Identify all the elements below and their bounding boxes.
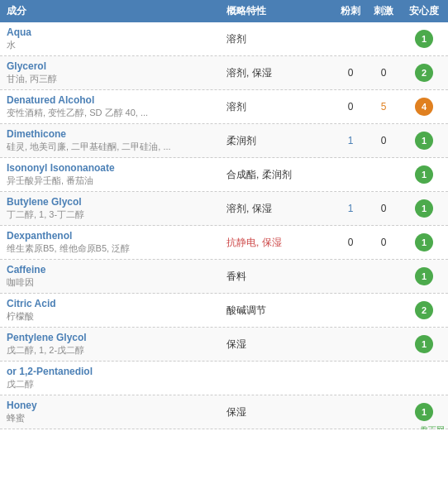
ingredient-name: Pentylene Glycol [7,332,226,343]
table-row: Butylene Glycol丁二醇, 1, 3-丁二醇溶剂, 保湿101 [0,192,448,226]
ingredient-name: Citric Acid [7,298,226,309]
property-cell: 抗静电, 保湿 [226,236,334,250]
ingredient-name: Butylene Glycol [7,196,226,208]
irritation-cell: 0 [367,135,400,146]
property-text: 溶剂, 保湿 [226,203,272,214]
header-ingredient: 成分 [3,4,226,18]
table-row: Dexpanthenol维生素原B5, 维他命原B5, 泛醇抗静电, 保湿001 [0,226,448,260]
ingredient-name: Isononyl Isononanoate [7,162,226,174]
ingredient-cell: Aqua水 [3,26,226,51]
ingredient-name: Denatured Alcohol [7,94,226,106]
property-text: 柔润剂 [226,135,256,146]
powder-cell: 0 [334,67,367,79]
property-text: 溶剂 [226,101,246,113]
ingredient-alias: 异壬酸异壬酯, 番茄油 [7,175,226,187]
table-row: Glycerol甘油, 丙三醇溶剂, 保湿002 [0,56,448,90]
rows-container: Aqua水溶剂1Glycerol甘油, 丙三醇溶剂, 保湿002Denature… [0,22,448,429]
table-row: Aqua水溶剂1 [0,22,448,56]
safety-badge: 2 [415,301,433,319]
powder-cell: 0 [334,101,367,113]
property-cell: 溶剂 [226,100,334,114]
safety-badge: 1 [415,132,433,150]
safety-cell: 2 [400,64,448,82]
irritation-cell: 0 [367,67,400,79]
safety-cell: 1 [400,267,448,285]
property-text: 保湿 [226,406,246,418]
table-row: Dimethicone硅灵, 地美司廉, 二甲基硅酮, 二甲硅油, ...柔润剂… [0,124,448,158]
ingredient-alias: 咖啡因 [7,276,226,289]
safety-cell: 1 [400,403,448,421]
ingredient-cell: Pentylene Glycol戊二醇, 1, 2-戊二醇 [3,332,226,357]
property-cell: 溶剂, 保湿 [226,202,334,216]
property-cell: 溶剂 [226,32,334,46]
ingredient-alias: 甘油, 丙三醇 [7,73,226,85]
safety-badge: 4 [415,98,433,116]
property-text: 合成酯, 柔润剂 [226,169,292,180]
ingredient-cell: Caffeine咖啡因 [3,264,226,289]
property-cell: 香料 [226,270,334,284]
safety-cell: 2 [400,301,448,319]
ingredient-cell: Denatured Alcohol变性酒精, 变性乙醇, SD 乙醇 40, .… [3,94,226,119]
safety-badge: 1 [415,335,433,353]
ingredient-alias: 戊二醇, 1, 2-戊二醇 [7,344,226,357]
property-text: 溶剂 [226,33,246,45]
property-text: 香料 [226,271,246,282]
ingredient-cell: Honey蜂蜜 [3,400,226,424]
safety-badge: 1 [415,267,433,285]
safety-cell: 1 [400,233,448,251]
property-text: 溶剂, 保湿 [226,67,272,79]
header-irritation: 刺激 [367,4,400,18]
safety-badge: 1 [415,30,433,48]
property-cell: 保湿 [226,405,334,419]
ingredient-alias: 维生素原B5, 维他命原B5, 泛醇 [7,242,226,255]
ingredient-name: Honey [7,400,226,411]
ingredient-name: Caffeine [7,264,226,275]
property-cell: 溶剂, 保湿 [226,66,334,80]
powder-cell: 1 [334,135,367,146]
ingredient-cell: or 1,2-Pentanediol戊二醇 [3,366,226,390]
table-row: or 1,2-Pentanediol戊二醇 [0,362,448,395]
ingredient-name: Dexpanthenol [7,230,226,242]
header-powder: 粉刺 [334,4,367,18]
ingredient-alias: 硅灵, 地美司廉, 二甲基硅酮, 二甲硅油, ... [7,141,226,153]
ingredient-cell: Dexpanthenol维生素原B5, 维他命原B5, 泛醇 [3,230,226,255]
ingredient-alias: 水 [7,39,226,51]
powder-cell: 1 [334,203,367,214]
ingredient-cell: Glycerol甘油, 丙三醇 [3,60,226,85]
table-row: Isononyl Isononanoate异壬酸异壬酯, 番茄油合成酯, 柔润剂… [0,158,448,192]
property-cell: 保湿 [226,338,334,352]
header-safety: 安心度 [400,4,448,18]
property-text: 保湿 [226,338,246,350]
ingredient-alias: 蜂蜜 [7,412,226,424]
safety-badge: 1 [415,199,433,218]
safety-cell: 4 [400,98,448,116]
safety-badge: 1 [415,403,433,421]
irritation-cell: 0 [367,203,400,214]
table-row: Honey蜂蜜保湿1 [0,395,448,429]
safety-cell: 1 [400,335,448,353]
table-row: Caffeine咖啡因香料1 [0,260,448,294]
safety-badge: 1 [415,233,433,251]
ingredient-name: Aqua [7,26,226,38]
property-cell: 合成酯, 柔润剂 [226,168,334,182]
irritation-cell: 0 [367,237,400,248]
ingredient-alias: 戊二醇 [7,378,226,390]
table-header: 成分 概略特性 粉刺 刺激 安心度 [0,0,448,22]
watermark: 趣丁网q2d.com [413,424,445,429]
ingredient-name: Dimethicone [7,128,226,140]
ingredient-cell: Citric Acid柠檬酸 [3,298,226,323]
header-property: 概略特性 [226,4,334,18]
safety-badge: 1 [415,165,433,184]
safety-cell: 1 [400,199,448,218]
safety-badge: 2 [415,64,433,82]
table-row: Pentylene Glycol戊二醇, 1, 2-戊二醇保湿1 [0,328,448,362]
ingredient-table: 成分 概略特性 粉刺 刺激 安心度 Aqua水溶剂1Glycerol甘油, 丙三… [0,0,448,429]
ingredient-alias: 柠檬酸 [7,310,226,323]
ingredient-alias: 变性酒精, 变性乙醇, SD 乙醇 40, ... [7,107,226,119]
property-cell: 柔润剂 [226,134,334,148]
table-row: Denatured Alcohol变性酒精, 变性乙醇, SD 乙醇 40, .… [0,90,448,124]
ingredient-cell: Butylene Glycol丁二醇, 1, 3-丁二醇 [3,196,226,221]
safety-cell: 1 [400,30,448,48]
safety-cell: 1 [400,132,448,150]
safety-cell: 1 [400,165,448,184]
